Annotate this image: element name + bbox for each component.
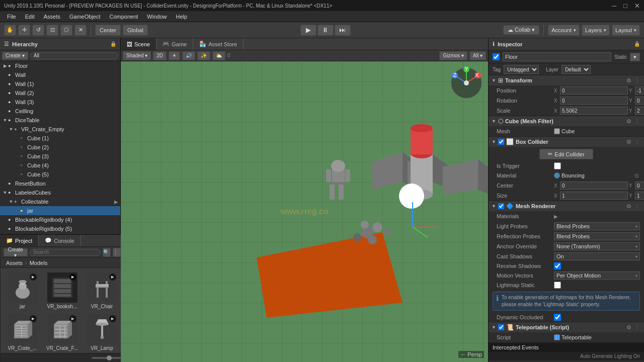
asset-chair-play-icon[interactable]: ▶ (109, 274, 116, 281)
mesh-renderer-enabled[interactable] (498, 203, 504, 209)
assets-create-btn[interactable]: Create ▾ (4, 248, 28, 256)
light-probes-dropdown[interactable]: Blend Probes (554, 222, 640, 230)
rot-y-input[interactable] (635, 97, 644, 105)
dynamic-occluded-checkbox[interactable] (554, 314, 561, 321)
tree-item-blockable4[interactable]: ● BlockableRigidbody (4) (0, 215, 120, 224)
material-select-btn[interactable]: ⊙ (633, 172, 640, 179)
tab-asset-store[interactable]: 🏪 Asset Store (193, 38, 244, 50)
box-collider-header[interactable]: ▼ ⬜ Box Collider ⚙ ⋮ (489, 137, 644, 147)
center-y-input[interactable] (635, 182, 644, 190)
mesh-renderer-header[interactable]: ▼ 🔷 Mesh Renderer ⚙ ⋮ (489, 201, 644, 211)
assets-size-slider[interactable] (92, 357, 122, 359)
effects-toggle[interactable]: ✨ (197, 51, 210, 60)
scene-nav-gizmo[interactable]: X Y Z (449, 65, 484, 101)
static-dropdown[interactable]: ▾ (630, 53, 640, 61)
tag-select[interactable]: Untagged (504, 65, 539, 74)
layers-button[interactable]: Layers (582, 25, 610, 36)
menu-assets[interactable]: Assets (40, 13, 64, 21)
tree-item-resetbutton[interactable]: ● ResetButton (0, 179, 120, 188)
size-x-input[interactable] (560, 192, 628, 200)
reflection-probes-dropdown[interactable]: Blend Probes (554, 232, 640, 240)
tree-item-cube5[interactable]: + Cube (5) (0, 170, 120, 179)
object-name-input[interactable] (503, 52, 611, 61)
hierarchy-create-btn[interactable]: Create ▾ (2, 52, 28, 60)
tab-project[interactable]: 📁 Project (0, 235, 39, 246)
tree-item-ceilling[interactable]: ● Ceilling (0, 107, 120, 116)
asset-crate1[interactable]: ▶ VR_Crate_... (4, 313, 41, 352)
asset-crate2-play-icon[interactable]: ▶ (69, 315, 76, 322)
mesh-filter-settings-btn[interactable]: ⚙ (625, 118, 632, 125)
asset-lamp[interactable]: ▶ VR_Lamp (83, 313, 121, 352)
box-collider-settings-btn[interactable]: ⚙ (625, 139, 632, 145)
tab-scene[interactable]: 🖼 Scene (121, 38, 156, 50)
layer-select[interactable]: Default (561, 65, 591, 74)
maximize-btn[interactable]: □ (623, 2, 627, 10)
scene-search-dropdown[interactable]: All ▾ (469, 51, 486, 60)
pos-y-input[interactable] (635, 86, 644, 95)
transform-tool[interactable]: ✕ (74, 25, 87, 36)
lightmap-static-checkbox[interactable] (554, 282, 561, 289)
tree-item-cube1[interactable]: + Cube (1) (0, 134, 120, 143)
tree-item-labeledcubes[interactable]: ▼ ● LabeledCubes (0, 188, 120, 197)
rotate-tool[interactable]: ↺ (32, 25, 44, 36)
pos-x-input[interactable] (560, 86, 628, 95)
lighting-toggle[interactable]: ☀ (169, 51, 180, 60)
tree-item-wall2[interactable]: ● Wall (2) (0, 88, 120, 98)
scale-y-input[interactable] (635, 107, 644, 115)
assets-path-assets[interactable]: Assets (5, 260, 24, 266)
is-trigger-checkbox[interactable] (554, 162, 561, 169)
tab-game[interactable]: 🎮 Game (156, 38, 193, 50)
mesh-filter-more-btn[interactable]: ⋮ (633, 118, 641, 125)
menu-component[interactable]: Component (105, 13, 142, 21)
close-btn[interactable]: ✕ (634, 2, 640, 10)
tree-item-cube2[interactable]: + Cube (2) (0, 143, 120, 152)
shaded-dropdown[interactable]: Shaded ▾ (123, 51, 151, 60)
asset-crate1-play-icon[interactable]: ▶ (30, 315, 37, 322)
gizmos-dropdown[interactable]: Gizmos ▾ (439, 51, 467, 60)
tree-item-cube4[interactable]: + Cube (4) (0, 161, 120, 170)
motion-vectors-dropdown[interactable]: Per Object Motion (554, 272, 640, 280)
hand-tool[interactable]: ✋ (4, 25, 16, 36)
teleportable-enabled[interactable] (498, 324, 504, 330)
box-collider-more-btn[interactable]: ⋮ (633, 139, 641, 145)
mesh-value-field[interactable]: Cube (554, 128, 640, 134)
rot-x-input[interactable] (560, 97, 628, 105)
menu-window[interactable]: Window (143, 13, 171, 21)
minimize-btn[interactable]: ─ (612, 2, 616, 10)
account-button[interactable]: Account (548, 25, 580, 36)
tree-item-vr-crate-empty[interactable]: ▼ ● VR_Crate_Empty (0, 125, 120, 134)
move-tool[interactable]: ✛ (18, 25, 30, 36)
asset-jar[interactable]: ▶ jar (4, 271, 41, 311)
edit-collider-button[interactable]: ✏ Edit Collider (539, 149, 593, 159)
audio-toggle[interactable]: 🔊 (182, 51, 195, 60)
pause-button[interactable]: ⏸ (317, 25, 334, 36)
2d-toggle[interactable]: 2D (153, 51, 167, 60)
mesh-renderer-settings-btn[interactable]: ⚙ (625, 203, 632, 210)
scene-view[interactable]: X Y Z ← Persp www.rrcg.cn (121, 61, 488, 362)
rect-tool[interactable]: ⬡ (60, 25, 72, 36)
teleportable-settings-btn[interactable]: ⚙ (625, 324, 632, 331)
tree-item-cube3[interactable]: + Cube (3) (0, 152, 120, 161)
tree-item-dicetable[interactable]: ▼ ● DiceTable (0, 116, 120, 125)
asset-lamp-play-icon[interactable]: ▶ (109, 315, 116, 322)
assets-options-btn[interactable]: ⋮ (113, 248, 121, 257)
transform-more-btn[interactable]: ⋮ (633, 77, 641, 84)
collab-button[interactable]: ☁ Collab ▾ (503, 25, 539, 35)
mesh-renderer-more-btn[interactable]: ⋮ (633, 203, 641, 210)
receive-shadows-checkbox[interactable] (554, 262, 561, 269)
menu-help[interactable]: Help (172, 13, 191, 21)
pivot-global-btn[interactable]: Global (123, 25, 148, 36)
tree-item-wall1[interactable]: ● Wall (1) (0, 79, 120, 88)
transform-settings-btn[interactable]: ⚙ (625, 77, 632, 84)
material-field[interactable]: Bouncing (554, 172, 630, 179)
window-controls[interactable]: ─ □ ✕ (612, 2, 640, 10)
menu-edit[interactable]: Edit (21, 13, 39, 21)
menu-file[interactable]: File (3, 13, 20, 21)
step-button[interactable]: ⏭ (335, 25, 351, 36)
size-y-input[interactable] (635, 192, 644, 200)
menu-gameobject[interactable]: GameObject (65, 13, 105, 21)
scale-tool[interactable]: ⊡ (46, 25, 58, 36)
asset-chair[interactable]: ▶ VR_Chair (83, 271, 121, 311)
play-button[interactable]: ▶ (300, 25, 316, 36)
hierarchy-search[interactable] (30, 52, 118, 59)
